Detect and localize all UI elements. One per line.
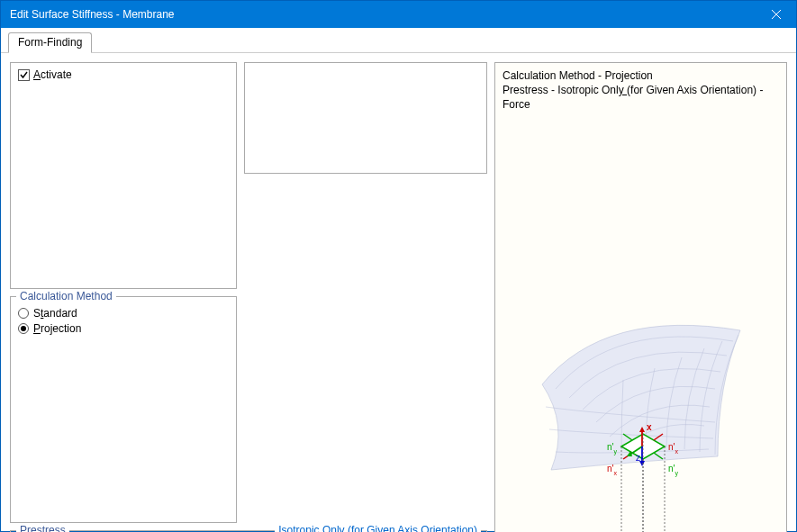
radio-icon [18, 308, 29, 319]
tab-form-finding[interactable]: Form-Finding [8, 32, 92, 53]
activate-label: Activate [33, 68, 72, 81]
svg-text:z: z [636, 453, 640, 463]
content-area: Activate Calculation Method Standard Pro… [1, 53, 796, 532]
radio-icon [18, 323, 29, 334]
calc-method-title: Calculation Method [16, 290, 116, 302]
membrane-diagram-icon: n'y n'x n'x n'y x [506, 303, 776, 532]
info-line2: Prestress - Isotropic Only (for Given Ax… [503, 83, 779, 112]
info-line1: Calculation Method - Projection [503, 68, 779, 83]
empty-panel [244, 62, 487, 174]
radio-standard-label: Standard [33, 307, 77, 320]
svg-text:x: x [647, 422, 652, 432]
prestress-title: Prestress [16, 524, 69, 532]
svg-text:n'y: n'y [668, 464, 678, 477]
top-row: Activate Calculation Method Standard Pro… [10, 62, 487, 530]
activate-checkbox[interactable]: Activate [18, 68, 229, 81]
dialog-window: Edit Surface Stiffness - Membrane Form-F… [0, 0, 797, 532]
close-button[interactable] [756, 1, 796, 28]
title-bar: Edit Surface Stiffness - Membrane [1, 1, 796, 28]
radio-standard[interactable]: Standard [18, 307, 229, 320]
calculation-method-group: Calculation Method Standard Projection [10, 296, 237, 523]
checkbox-icon [18, 69, 30, 81]
preview-image: n'y n'x n'x n'y x [503, 116, 779, 532]
radio-projection[interactable]: Projection [18, 322, 229, 335]
tab-strip: Form-Finding [1, 32, 796, 53]
activate-group: Activate [10, 62, 237, 289]
info-header: Calculation Method - Projection Prestres… [503, 68, 779, 113]
radio-projection-label: Projection [33, 322, 81, 335]
left-column: Activate Calculation Method Standard Pro… [10, 62, 487, 532]
close-icon [772, 10, 781, 19]
info-panel: Calculation Method - Projection Prestres… [494, 62, 787, 532]
window-title: Edit Surface Stiffness - Membrane [10, 8, 756, 21]
svg-text:n'x: n'x [607, 464, 617, 476]
prestress-mode-label: Isotropic Only (for Given Axis Orientati… [275, 524, 481, 532]
